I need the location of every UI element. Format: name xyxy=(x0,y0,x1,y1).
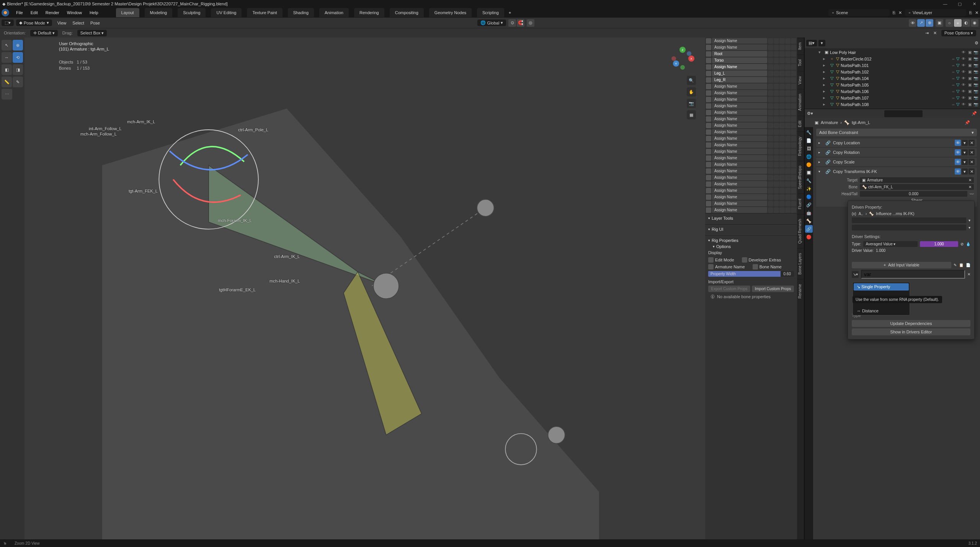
maximize-button[interactable]: ▢ xyxy=(956,0,963,7)
group-action-icon[interactable] xyxy=(774,136,779,141)
render-tab[interactable]: 🔧 xyxy=(805,129,813,136)
render-icon[interactable]: 📷 xyxy=(973,63,978,68)
group-action-icon[interactable] xyxy=(785,168,791,174)
group-action-icon[interactable] xyxy=(768,110,773,115)
group-action-icon[interactable] xyxy=(791,162,796,167)
visibility-toggle[interactable] xyxy=(706,194,711,200)
delete-constraint[interactable]: ✕ xyxy=(969,159,975,165)
group-action-icon[interactable] xyxy=(774,194,779,200)
visibility-toggle[interactable] xyxy=(706,149,711,154)
collapse-icon[interactable]: ⇥ xyxy=(925,31,929,36)
visibility-toggle[interactable] xyxy=(706,123,711,128)
delete-scene-button[interactable]: ✕ xyxy=(898,10,902,15)
group-action-icon[interactable] xyxy=(774,188,779,193)
group-action-icon[interactable] xyxy=(791,181,796,187)
viewlayer-tab[interactable]: 🖼 xyxy=(805,145,813,152)
eye-icon[interactable]: 👁 xyxy=(961,63,966,68)
group-name[interactable]: Root xyxy=(712,51,767,57)
visibility-toggle[interactable] xyxy=(706,207,711,213)
group-name[interactable]: Assign Name xyxy=(712,181,767,187)
outliner-item[interactable]: ▸ ▽ NurbsPath.107 ⎓ ▽ 👁▣📷 xyxy=(805,95,980,101)
group-action-icon[interactable] xyxy=(791,188,796,193)
bone-group-row[interactable]: Leg_L xyxy=(705,70,797,77)
bone-group-row[interactable]: Assign Name xyxy=(705,122,797,129)
bone-group-row[interactable]: Assign Name xyxy=(705,109,797,116)
bone-group-row[interactable]: Assign Name xyxy=(705,90,797,96)
scene-tab[interactable]: 🌐 xyxy=(805,153,813,160)
extras-menu[interactable]: ▾ xyxy=(962,168,968,175)
add-input-variable-button[interactable]: + Add Input Variable xyxy=(852,262,951,268)
group-action-icon[interactable] xyxy=(779,110,785,115)
variable-name-input[interactable] xyxy=(861,270,965,279)
armature-tab[interactable]: 🤖 xyxy=(805,209,813,217)
group-action-icon[interactable] xyxy=(779,71,785,76)
update-dependencies-button[interactable]: Update Dependencies xyxy=(852,320,970,327)
group-action-icon[interactable] xyxy=(768,207,773,213)
var-type-dropdown[interactable]: ↘▾ xyxy=(852,271,859,278)
workspace-tab-geometry-nodes[interactable]: Geometry Nodes xyxy=(429,8,472,17)
group-action-icon[interactable] xyxy=(774,129,779,135)
driven-prop-field-2[interactable] xyxy=(852,225,966,230)
npanel-tab-edit[interactable]: Edit xyxy=(797,116,804,132)
group-name[interactable]: Assign Name xyxy=(712,188,767,193)
visibility-toggle[interactable] xyxy=(706,51,711,57)
group-action-icon[interactable] xyxy=(785,142,791,148)
visibility-toggle[interactable] xyxy=(706,71,711,76)
modifier-icon[interactable]: ⎓ xyxy=(952,76,955,81)
headtail-field[interactable]: 0.000 xyxy=(860,191,967,197)
visibility-toggle[interactable] xyxy=(706,77,711,83)
group-action-icon[interactable] xyxy=(785,103,791,109)
visibility-toggle[interactable] xyxy=(706,181,711,187)
menu-item-help[interactable]: Help xyxy=(86,9,102,16)
filter-icon[interactable]: ⚙ xyxy=(975,41,978,46)
pan-button[interactable]: ✋ xyxy=(687,87,696,96)
outliner-type[interactable]: ▤▾ xyxy=(806,40,817,46)
select-icon[interactable]: ▣ xyxy=(967,95,972,101)
group-action-icon[interactable] xyxy=(774,84,779,89)
output-tab[interactable]: 📄 xyxy=(805,137,813,144)
add-constraint-button[interactable]: Add Bone Constraint ▾ xyxy=(816,129,977,136)
physics-tab[interactable]: 🔵 xyxy=(805,193,813,201)
npanel-tab-bone-layers[interactable]: Bone Layers xyxy=(797,248,804,279)
group-action-icon[interactable] xyxy=(785,207,791,213)
workspace-tab-scripting[interactable]: Scripting xyxy=(477,8,504,17)
data-icon[interactable]: ▽ xyxy=(956,63,959,68)
group-action-icon[interactable] xyxy=(779,38,785,44)
cursor-tool[interactable]: ⊕ xyxy=(13,40,23,51)
group-name[interactable]: Assign Name xyxy=(712,103,767,109)
mode-selector[interactable]: ◆ Pose Mode ▾ xyxy=(16,20,52,26)
bone-group-row[interactable]: Assign Name xyxy=(705,168,797,174)
group-name[interactable]: Assign Name xyxy=(712,90,767,96)
group-action-icon[interactable] xyxy=(785,97,791,102)
select-icon[interactable]: ▣ xyxy=(967,56,972,62)
visibility-toggle[interactable] xyxy=(706,168,711,174)
group-action-icon[interactable] xyxy=(774,103,779,109)
dropdown-item-distance[interactable]: ↔ Distance xyxy=(854,307,909,314)
scale-tool[interactable]: ◨ xyxy=(13,64,23,75)
select-icon[interactable]: ▣ xyxy=(967,89,972,94)
clear-icon[interactable]: ⊘ xyxy=(960,242,964,246)
viewlayer-selector[interactable]: ▫ ViewLayer xyxy=(905,9,966,16)
group-action-icon[interactable] xyxy=(791,175,796,180)
select-icon[interactable]: ▣ xyxy=(967,69,972,75)
expand-toggle[interactable]: ▾ xyxy=(818,170,823,173)
outliner-item[interactable]: ▸ ▽ NurbsPath.104 ⎓ ▽ 👁▣📷 xyxy=(805,75,980,82)
group-action-icon[interactable] xyxy=(779,201,785,206)
delete-constraint[interactable]: ✕ xyxy=(969,149,975,155)
group-action-icon[interactable] xyxy=(785,136,791,141)
group-action-icon[interactable] xyxy=(768,123,773,128)
constraint-name[interactable]: Copy Scale xyxy=(833,160,952,164)
render-icon[interactable]: 📷 xyxy=(973,95,978,101)
group-action-icon[interactable] xyxy=(774,110,779,115)
group-action-icon[interactable] xyxy=(785,201,791,206)
group-name[interactable]: Assign Name xyxy=(712,201,767,206)
group-name[interactable]: Assign Name xyxy=(712,116,767,122)
group-action-icon[interactable] xyxy=(774,155,779,161)
constraints-tab[interactable]: 🔗 xyxy=(805,201,813,209)
group-name[interactable]: Assign Name xyxy=(712,129,767,135)
group-action-icon[interactable] xyxy=(779,142,785,148)
modifier-icon[interactable]: ⎓ xyxy=(952,83,955,87)
outliner-item[interactable]: ▾ ▣ Low Poly Hair 👁▣📷 xyxy=(805,49,980,56)
visibility-toggle[interactable] xyxy=(706,103,711,109)
group-action-icon[interactable] xyxy=(785,123,791,128)
